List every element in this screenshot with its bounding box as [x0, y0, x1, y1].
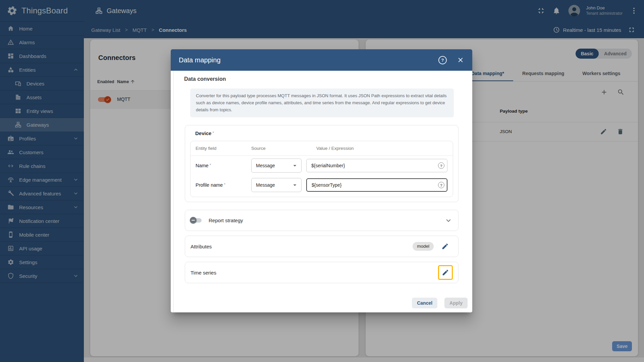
attribute-chip-model: model [413, 242, 434, 251]
dialog-title: Data mapping [179, 56, 221, 64]
dialog-footer: Cancel Apply [412, 298, 468, 308]
dialog-header: Data mapping ? [171, 49, 472, 71]
attributes-row: Attributes model [185, 236, 458, 257]
expression-help-icon[interactable]: ? [438, 182, 444, 188]
minus-icon [192, 220, 195, 221]
data-mapping-dialog: Data mapping ? Data conversion Converter… [171, 49, 472, 312]
attributes-section: Attributes model [185, 236, 459, 257]
device-row-profile-name: Profile name* Message ? [191, 175, 453, 195]
device-section: Device* Entity field Source Value / Expr… [185, 125, 459, 202]
time-series-row: Time series [185, 262, 458, 283]
time-series-section: Time series [185, 262, 459, 283]
report-strategy-toggle[interactable] [191, 218, 202, 223]
attributes-label: Attributes [191, 244, 212, 249]
device-section-title: Device* [195, 130, 453, 136]
required-marker: * [212, 131, 214, 135]
dropdown-arrow-icon [291, 162, 299, 169]
device-row-name: Name* Message ? [191, 156, 453, 175]
dialog-body: Data conversion Converter for this paylo… [171, 71, 472, 312]
dropdown-arrow-icon [291, 181, 299, 189]
name-expression-input[interactable] [306, 159, 447, 172]
section-title: Data conversion [171, 71, 472, 82]
edit-time-series-icon[interactable] [442, 269, 449, 276]
name-value-wrap: ? [306, 159, 447, 172]
report-strategy-section: Report strategy [185, 210, 459, 231]
expression-help-icon[interactable]: ? [438, 163, 444, 169]
edit-time-series-highlight [438, 265, 453, 280]
field-label-name: Name* [196, 163, 247, 168]
dialog-scroll-track [173, 71, 174, 312]
time-series-label: Time series [191, 270, 216, 276]
chevron-down-icon[interactable] [444, 216, 453, 225]
profile-value-wrap: ? [306, 178, 447, 192]
column-entity-field: Entity field [196, 146, 247, 151]
column-value-expression: Value / Expression [306, 146, 447, 151]
device-table-header: Entity field Source Value / Expression [191, 141, 453, 156]
report-strategy-row: Report strategy [185, 210, 458, 231]
profile-source-select[interactable]: Message [251, 178, 302, 192]
cancel-button[interactable]: Cancel [412, 298, 437, 308]
report-strategy-label: Report strategy [209, 218, 243, 223]
profile-expression-input[interactable] [306, 178, 447, 192]
close-icon[interactable] [457, 56, 464, 64]
thingsboard-app: ThingsBoard HomeAlarmsDashboardsEntities… [0, 0, 644, 362]
edit-attributes-icon[interactable] [441, 243, 449, 250]
name-source-select[interactable]: Message [251, 159, 302, 173]
converter-info-text: Converter for this payload type processe… [190, 88, 454, 117]
apply-button[interactable]: Apply [444, 298, 468, 308]
dialog-header-actions: ? [438, 56, 464, 64]
field-label-profile-name: Profile name* [196, 182, 247, 188]
device-mapping-table: Entity field Source Value / Expression N… [190, 141, 453, 197]
column-source: Source [251, 146, 302, 151]
help-icon[interactable]: ? [438, 56, 447, 64]
